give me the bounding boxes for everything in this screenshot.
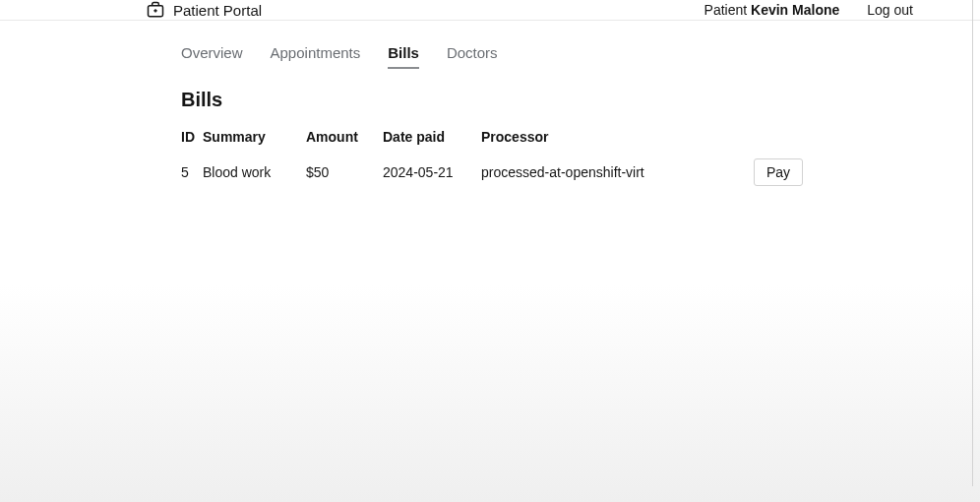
medical-briefcase-icon bbox=[146, 0, 165, 20]
patient-name: Kevin Malone bbox=[751, 2, 839, 18]
patient-label: Patient Kevin Malone bbox=[704, 2, 840, 18]
tab-bills[interactable]: Bills bbox=[388, 44, 419, 69]
tab-appointments[interactable]: Appointments bbox=[271, 44, 361, 69]
pay-button[interactable]: Pay bbox=[754, 158, 803, 186]
cell-id: 5 bbox=[181, 164, 203, 180]
col-header-amount: Amount bbox=[306, 129, 383, 145]
cell-amount: $50 bbox=[306, 164, 383, 180]
main-content: Overview Appointments Bills Doctors Bill… bbox=[181, 21, 803, 192]
page-title: Bills bbox=[181, 89, 803, 111]
app-title: Patient Portal bbox=[173, 2, 262, 19]
tabs: Overview Appointments Bills Doctors bbox=[181, 44, 803, 69]
right-border bbox=[972, 0, 973, 486]
cell-date-paid: 2024-05-21 bbox=[383, 164, 481, 180]
bills-table: ID Summary Amount Date paid Processor 5 … bbox=[181, 129, 803, 192]
table-row: 5 Blood work $50 2024-05-21 processed-at… bbox=[181, 153, 803, 192]
tab-doctors[interactable]: Doctors bbox=[447, 44, 498, 69]
header: Patient Portal Patient Kevin Malone Log … bbox=[0, 0, 980, 21]
cell-summary: Blood work bbox=[203, 164, 306, 180]
logout-link[interactable]: Log out bbox=[867, 2, 913, 18]
col-header-summary: Summary bbox=[203, 129, 306, 145]
col-header-date-paid: Date paid bbox=[383, 129, 481, 145]
col-header-processor: Processor bbox=[481, 129, 678, 145]
cell-processor: processed-at-openshift-virt bbox=[481, 164, 678, 180]
header-right: Patient Kevin Malone Log out bbox=[704, 2, 913, 18]
col-header-id: ID bbox=[181, 129, 203, 145]
bottom-gradient bbox=[0, 285, 980, 502]
logo-area[interactable]: Patient Portal bbox=[146, 0, 262, 20]
table-header: ID Summary Amount Date paid Processor bbox=[181, 129, 803, 153]
patient-prefix: Patient bbox=[704, 2, 751, 18]
tab-overview[interactable]: Overview bbox=[181, 44, 243, 69]
cell-action: Pay bbox=[678, 158, 803, 186]
